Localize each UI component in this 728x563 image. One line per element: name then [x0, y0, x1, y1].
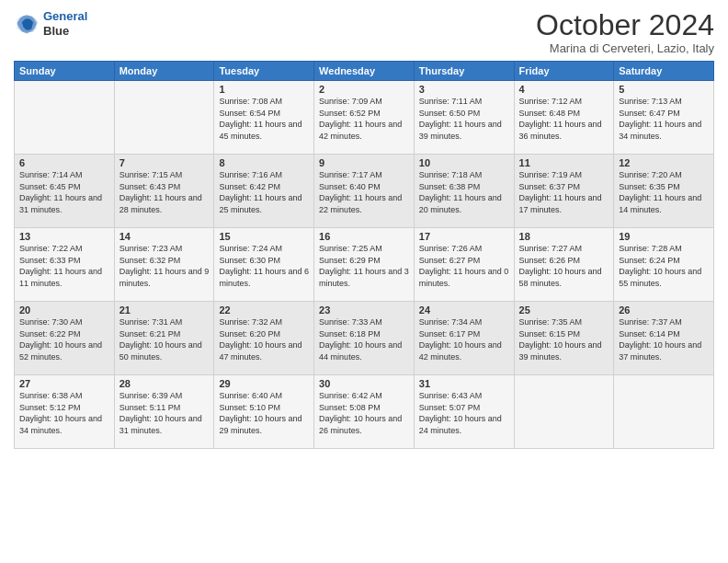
day-info: Sunrise: 7:32 AM Sunset: 6:20 PM Dayligh… [219, 316, 309, 362]
day-info: Sunrise: 7:09 AM Sunset: 6:52 PM Dayligh… [319, 96, 409, 142]
day-cell: 20Sunrise: 7:30 AM Sunset: 6:22 PM Dayli… [15, 302, 115, 375]
day-info: Sunrise: 7:24 AM Sunset: 6:30 PM Dayligh… [219, 243, 309, 289]
day-number: 14 [119, 231, 210, 242]
day-cell: 23Sunrise: 7:33 AM Sunset: 6:18 PM Dayli… [314, 302, 415, 375]
col-header-friday: Friday [514, 62, 614, 81]
week-row-4: 20Sunrise: 7:30 AM Sunset: 6:22 PM Dayli… [15, 302, 714, 375]
day-number: 30 [319, 378, 409, 389]
day-cell: 19Sunrise: 7:28 AM Sunset: 6:24 PM Dayli… [614, 228, 714, 302]
day-number: 21 [119, 304, 210, 316]
header: General Blue October 2024 Marina di Cerv… [14, 9, 714, 55]
calendar-table: SundayMondayTuesdayWednesdayThursdayFrid… [14, 61, 714, 449]
day-cell: 1Sunrise: 7:08 AM Sunset: 6:54 PM Daylig… [214, 81, 314, 155]
day-cell: 12Sunrise: 7:20 AM Sunset: 6:35 PM Dayli… [614, 155, 714, 228]
day-number: 28 [119, 378, 210, 389]
day-info: Sunrise: 6:43 AM Sunset: 5:07 PM Dayligh… [419, 390, 509, 436]
day-info: Sunrise: 6:42 AM Sunset: 5:08 PM Dayligh… [319, 390, 409, 436]
col-header-thursday: Thursday [414, 62, 514, 81]
day-cell [15, 81, 115, 155]
day-number: 13 [19, 231, 109, 242]
day-number: 29 [219, 378, 309, 389]
day-info: Sunrise: 7:14 AM Sunset: 6:45 PM Dayligh… [19, 169, 109, 215]
day-info: Sunrise: 6:40 AM Sunset: 5:10 PM Dayligh… [219, 390, 309, 436]
day-number: 11 [519, 157, 609, 168]
day-cell: 26Sunrise: 7:37 AM Sunset: 6:14 PM Dayli… [614, 302, 714, 375]
day-number: 12 [619, 157, 709, 168]
day-info: Sunrise: 6:38 AM Sunset: 5:12 PM Dayligh… [19, 390, 109, 436]
day-info: Sunrise: 7:20 AM Sunset: 6:35 PM Dayligh… [619, 169, 709, 215]
day-number: 2 [319, 84, 409, 95]
day-cell: 30Sunrise: 6:42 AM Sunset: 5:08 PM Dayli… [314, 375, 415, 449]
day-info: Sunrise: 6:39 AM Sunset: 5:11 PM Dayligh… [119, 390, 210, 436]
day-info: Sunrise: 7:28 AM Sunset: 6:24 PM Dayligh… [619, 243, 709, 289]
day-number: 1 [219, 84, 309, 95]
day-cell: 7Sunrise: 7:15 AM Sunset: 6:43 PM Daylig… [114, 155, 214, 228]
day-cell: 18Sunrise: 7:27 AM Sunset: 6:26 PM Dayli… [514, 228, 614, 302]
col-header-saturday: Saturday [614, 62, 714, 81]
day-info: Sunrise: 7:19 AM Sunset: 6:37 PM Dayligh… [519, 169, 609, 215]
day-number: 6 [19, 157, 109, 168]
day-cell: 28Sunrise: 6:39 AM Sunset: 5:11 PM Dayli… [114, 375, 214, 449]
day-cell: 3Sunrise: 7:11 AM Sunset: 6:50 PM Daylig… [414, 81, 514, 155]
day-number: 31 [419, 378, 509, 389]
day-cell: 16Sunrise: 7:25 AM Sunset: 6:29 PM Dayli… [314, 228, 415, 302]
col-header-monday: Monday [114, 62, 214, 81]
logo-line1: General [43, 9, 87, 23]
day-cell: 21Sunrise: 7:31 AM Sunset: 6:21 PM Dayli… [114, 302, 214, 375]
day-cell: 2Sunrise: 7:09 AM Sunset: 6:52 PM Daylig… [314, 81, 415, 155]
day-info: Sunrise: 7:35 AM Sunset: 6:15 PM Dayligh… [519, 316, 609, 362]
day-number: 19 [619, 231, 709, 242]
day-number: 20 [19, 304, 109, 316]
day-number: 23 [319, 304, 409, 316]
day-info: Sunrise: 7:15 AM Sunset: 6:43 PM Dayligh… [119, 169, 210, 215]
location-subtitle: Marina di Cerveteri, Lazio, Italy [536, 41, 714, 55]
day-info: Sunrise: 7:22 AM Sunset: 6:33 PM Dayligh… [19, 243, 109, 289]
week-row-3: 13Sunrise: 7:22 AM Sunset: 6:33 PM Dayli… [15, 228, 714, 302]
day-info: Sunrise: 7:33 AM Sunset: 6:18 PM Dayligh… [319, 316, 409, 362]
day-cell: 10Sunrise: 7:18 AM Sunset: 6:38 PM Dayli… [414, 155, 514, 228]
logo-icon [14, 11, 40, 37]
day-number: 4 [519, 84, 609, 95]
day-cell: 29Sunrise: 6:40 AM Sunset: 5:10 PM Dayli… [214, 375, 314, 449]
day-cell: 25Sunrise: 7:35 AM Sunset: 6:15 PM Dayli… [514, 302, 614, 375]
day-cell: 6Sunrise: 7:14 AM Sunset: 6:45 PM Daylig… [15, 155, 115, 228]
day-cell: 9Sunrise: 7:17 AM Sunset: 6:40 PM Daylig… [314, 155, 415, 228]
day-cell: 13Sunrise: 7:22 AM Sunset: 6:33 PM Dayli… [15, 228, 115, 302]
day-info: Sunrise: 7:18 AM Sunset: 6:38 PM Dayligh… [419, 169, 509, 215]
day-number: 16 [319, 231, 409, 242]
day-cell: 4Sunrise: 7:12 AM Sunset: 6:48 PM Daylig… [514, 81, 614, 155]
day-cell: 5Sunrise: 7:13 AM Sunset: 6:47 PM Daylig… [614, 81, 714, 155]
day-cell: 8Sunrise: 7:16 AM Sunset: 6:42 PM Daylig… [214, 155, 314, 228]
day-cell [514, 375, 614, 449]
day-info: Sunrise: 7:27 AM Sunset: 6:26 PM Dayligh… [519, 243, 609, 289]
week-row-2: 6Sunrise: 7:14 AM Sunset: 6:45 PM Daylig… [15, 155, 714, 228]
day-info: Sunrise: 7:37 AM Sunset: 6:14 PM Dayligh… [619, 316, 709, 362]
day-info: Sunrise: 7:23 AM Sunset: 6:32 PM Dayligh… [119, 243, 210, 289]
day-cell: 24Sunrise: 7:34 AM Sunset: 6:17 PM Dayli… [414, 302, 514, 375]
day-info: Sunrise: 7:17 AM Sunset: 6:40 PM Dayligh… [319, 169, 409, 215]
logo-line2: Blue [43, 24, 87, 39]
day-cell: 27Sunrise: 6:38 AM Sunset: 5:12 PM Dayli… [15, 375, 115, 449]
logo: General Blue [14, 9, 87, 38]
day-number: 7 [119, 157, 210, 168]
week-row-5: 27Sunrise: 6:38 AM Sunset: 5:12 PM Dayli… [15, 375, 714, 449]
day-number: 9 [319, 157, 409, 168]
col-header-sunday: Sunday [15, 62, 115, 81]
day-cell: 22Sunrise: 7:32 AM Sunset: 6:20 PM Dayli… [214, 302, 314, 375]
day-cell: 17Sunrise: 7:26 AM Sunset: 6:27 PM Dayli… [414, 228, 514, 302]
day-number: 25 [519, 304, 609, 316]
day-info: Sunrise: 7:25 AM Sunset: 6:29 PM Dayligh… [319, 243, 409, 289]
day-cell: 15Sunrise: 7:24 AM Sunset: 6:30 PM Dayli… [214, 228, 314, 302]
day-cell [114, 81, 214, 155]
day-number: 5 [619, 84, 709, 95]
day-info: Sunrise: 7:34 AM Sunset: 6:17 PM Dayligh… [419, 316, 509, 362]
title-block: October 2024 Marina di Cerveteri, Lazio,… [536, 9, 714, 55]
month-title: October 2024 [536, 9, 714, 41]
day-number: 17 [419, 231, 509, 242]
logo-text: General Blue [43, 9, 87, 38]
day-number: 10 [419, 157, 509, 168]
day-info: Sunrise: 7:08 AM Sunset: 6:54 PM Dayligh… [219, 96, 309, 142]
day-info: Sunrise: 7:12 AM Sunset: 6:48 PM Dayligh… [519, 96, 609, 142]
col-header-wednesday: Wednesday [314, 62, 415, 81]
day-number: 8 [219, 157, 309, 168]
